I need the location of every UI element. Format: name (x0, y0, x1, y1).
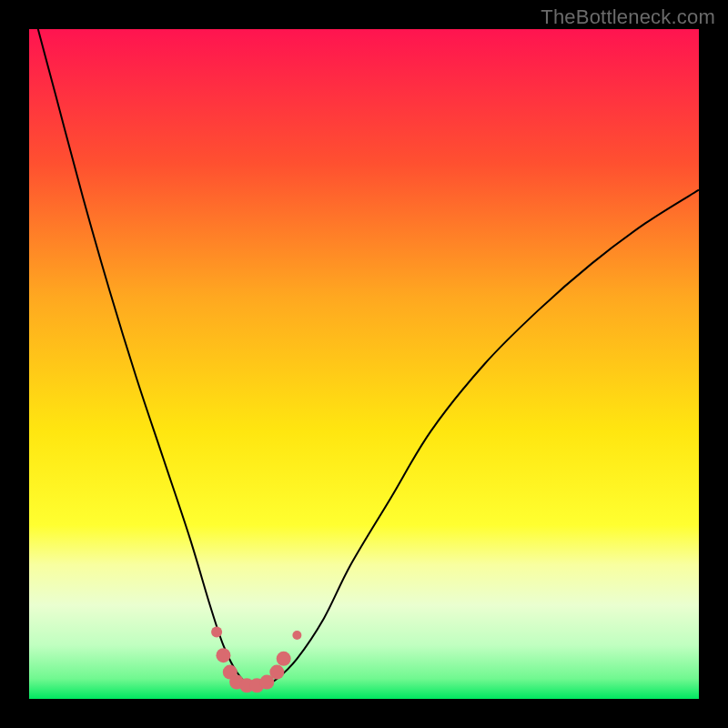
bottleneck-curve (29, 29, 699, 687)
curve-marker (292, 631, 301, 640)
watermark-text: TheBottleneck.com (541, 5, 715, 29)
curve-marker (277, 652, 291, 666)
curve-layer (29, 29, 699, 699)
plot-area (29, 29, 699, 699)
curve-marker (211, 626, 222, 637)
curve-marker (269, 665, 284, 680)
curve-marker (216, 648, 230, 662)
outer-frame: TheBottleneck.com (0, 0, 728, 728)
